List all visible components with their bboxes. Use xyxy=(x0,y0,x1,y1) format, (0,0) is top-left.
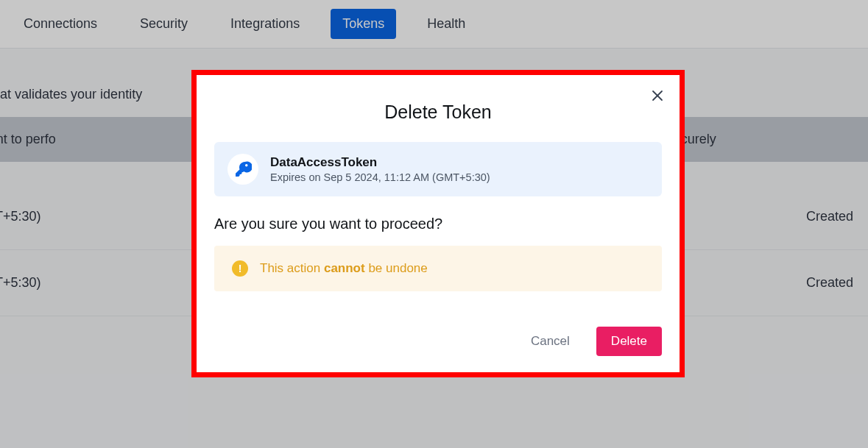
close-icon xyxy=(652,90,663,102)
warning-panel: ! This action cannot be undone xyxy=(214,246,662,291)
token-summary-card: DataAccessToken Expires on Sep 5 2024, 1… xyxy=(214,142,662,196)
warning-icon: ! xyxy=(232,260,248,277)
delete-token-modal: Delete Token DataAccessToken Expires on … xyxy=(191,70,685,377)
key-icon xyxy=(227,154,258,185)
cancel-button[interactable]: Cancel xyxy=(516,327,585,356)
token-meta: DataAccessToken Expires on Sep 5 2024, 1… xyxy=(270,155,490,183)
warning-prefix: This action xyxy=(260,261,324,275)
modal-actions: Cancel Delete xyxy=(214,327,662,356)
token-expires: Expires on Sep 5 2024, 11:12 AM (GMT+5:3… xyxy=(270,171,490,183)
warning-suffix: be undone xyxy=(365,261,428,275)
warning-text: This action cannot be undone xyxy=(260,261,428,276)
confirm-text: Are you sure you want to proceed? xyxy=(214,216,662,232)
warning-strong: cannot xyxy=(324,261,365,275)
delete-button[interactable]: Delete xyxy=(596,327,662,356)
modal-title: Delete Token xyxy=(214,102,662,123)
token-name: DataAccessToken xyxy=(270,155,490,170)
close-button[interactable] xyxy=(647,85,668,106)
